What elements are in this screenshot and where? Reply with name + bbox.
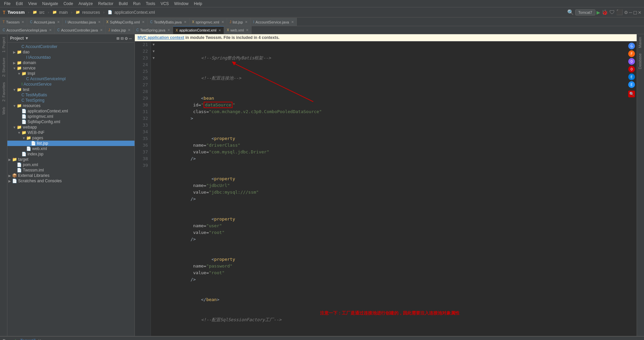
tree-item-resources[interactable]: ▼ 📁 resources: [7, 103, 135, 108]
left-tab-web[interactable]: Web: [0, 104, 7, 117]
sidebar-icon-settings[interactable]: ⚙: [125, 36, 127, 41]
tree-item-twossmiml[interactable]: 📄 Twossm.iml: [7, 167, 135, 173]
tree-item-impl[interactable]: ▼ 📁 Impl: [7, 71, 135, 76]
menu-vcs[interactable]: VCS: [158, 1, 172, 7]
code-content[interactable]: <!--Spring整合MyBatis框架--> <!--配置连接池--> <b…: [156, 41, 627, 336]
tree-item-webinf[interactable]: ▼ 📁 WEB-INF: [7, 130, 135, 135]
tree-item-domain[interactable]: ▶ 📁 domain: [7, 60, 135, 65]
tab-close-webxml[interactable]: ✕: [246, 28, 249, 32]
tree-item-indexjsp[interactable]: 📄 index.jsp: [7, 151, 135, 157]
tab-springmvc[interactable]: X springmvc.xml ✕: [190, 18, 227, 26]
run-tab-tomcat[interactable]: ▶ Tomcat7 ✕: [12, 338, 44, 340]
tab-close-sqlmapconfig[interactable]: ✕: [142, 20, 145, 24]
tree-item-service[interactable]: ▼ 📁 service: [7, 65, 135, 71]
mvc-context-link[interactable]: MVC application context: [138, 35, 184, 40]
tab-listjsp[interactable]: J list.jsp ✕: [227, 18, 251, 26]
tree-item-externallibs[interactable]: ▶ 📦 External Libraries: [7, 173, 135, 178]
menu-navigate[interactable]: Navigate: [40, 1, 61, 7]
ie-icon[interactable]: E: [628, 81, 635, 88]
menu-edit[interactable]: Edit: [13, 1, 25, 7]
left-tab-favorites[interactable]: 2: Favorites: [0, 80, 7, 104]
tree-item-iaccountdao[interactable]: I IAccountdao: [7, 55, 135, 60]
firefox-icon[interactable]: F: [628, 50, 635, 57]
chrome-icon[interactable]: G: [628, 43, 635, 49]
tree-item-scratches[interactable]: ▶ 📄 Scratches and Consoles: [7, 178, 135, 184]
tab-close-accountserviceimpl[interactable]: ✕: [49, 28, 52, 32]
tree-item-webapp[interactable]: ▼ 📁 webapp: [7, 125, 135, 130]
stop-button[interactable]: ⬛: [616, 9, 623, 15]
menu-refactor[interactable]: Refactor: [96, 1, 116, 7]
tab-sqlmapconfig[interactable]: X SqlMapConfig.xml ✕: [104, 18, 148, 26]
tab-close-iaccountdao[interactable]: ✕: [98, 20, 101, 24]
tree-item-pages[interactable]: ▼ 📁 pages: [7, 135, 135, 141]
right-tab-maven[interactable]: Maven: [637, 34, 644, 51]
tab-close-indexjsp[interactable]: ✕: [128, 28, 130, 32]
tab-applicationcontext[interactable]: X applicationContext.xml ✕: [173, 26, 224, 34]
sidebar-icon-collapse[interactable]: ⊟: [121, 36, 123, 41]
tree-item-accountserviceimpl[interactable]: C AccountServiceImpl: [7, 76, 135, 82]
left-tab-structure[interactable]: 2: Structure: [0, 55, 7, 80]
run-minimize-icon[interactable]: —: [639, 339, 641, 340]
menu-tools[interactable]: Tools: [143, 1, 158, 7]
tomcat-tab-close[interactable]: ✕: [38, 338, 41, 340]
opera-icon[interactable]: O: [628, 58, 635, 65]
fold-24[interactable]: ▼: [151, 41, 156, 48]
tree-item-dao[interactable]: ▶ 📁 dao: [7, 49, 135, 55]
code-area[interactable]: 21 22 23 24 25 26 27 28 29 30 31 32 33 3…: [135, 41, 637, 336]
close-icon[interactable]: ✕: [638, 9, 641, 15]
fold-31[interactable]: ▼: [151, 48, 156, 55]
tree-item-springmvc[interactable]: 📄 springmvc.xml: [7, 114, 135, 119]
tab-close-accountservice[interactable]: ✕: [291, 20, 294, 24]
tree-item-sqlmapconfig[interactable]: 📄 SqlMapConfig.xml: [7, 119, 135, 125]
find-usages-badge[interactable]: 🔍: [628, 91, 635, 97]
tree-item-listjsp[interactable]: 📄 list.jsp: [7, 141, 135, 146]
settings-icon[interactable]: ⚙: [624, 9, 628, 15]
minimize-icon[interactable]: —: [629, 9, 632, 15]
tab-close-listjsp[interactable]: ✕: [245, 20, 248, 24]
coverage-button[interactable]: 🛡: [609, 9, 615, 15]
tree-item-target[interactable]: ▶ 📁 target: [7, 157, 135, 162]
tree-item-accountcontroller[interactable]: C AccountController: [7, 44, 135, 49]
tree-item-pomxml[interactable]: 📄 pom.xml: [7, 162, 135, 167]
tab-close-accountcontroller[interactable]: ✕: [100, 28, 103, 32]
tab-twossm[interactable]: T Twossm ✕: [0, 18, 27, 26]
tree-item-testspring[interactable]: C TestSpring: [7, 98, 135, 103]
tab-close-testspring[interactable]: ✕: [167, 28, 170, 32]
menu-file[interactable]: File: [1, 1, 13, 7]
menu-analyze[interactable]: Analyze: [76, 1, 96, 7]
tab-account-java[interactable]: C Account.java ✕: [27, 18, 62, 26]
tab-accountservice[interactable]: I AccountService.java ✕: [251, 18, 297, 26]
tomcat-selector[interactable]: Tomcat7: [575, 9, 595, 15]
tab-close-testmybatis[interactable]: ✕: [184, 20, 186, 24]
fold-36[interactable]: ▼: [151, 55, 156, 61]
tab-testspring[interactable]: C TestSpring.java ✕: [133, 26, 173, 34]
run-settings-icon[interactable]: ⚙: [635, 339, 638, 340]
tree-item-accountservice[interactable]: I AccountService: [7, 82, 135, 87]
menu-build[interactable]: Build: [116, 1, 130, 7]
left-tab-project[interactable]: 1: Project: [0, 34, 7, 55]
tree-item-applicationcontext[interactable]: 📄 applicationContext.xml: [7, 108, 135, 114]
debug-button[interactable]: 🐞: [601, 9, 608, 15]
tab-close-account[interactable]: ✕: [57, 20, 60, 24]
sidebar-icon-close[interactable]: —: [129, 36, 132, 41]
tab-close-applicationcontext[interactable]: ✕: [218, 29, 221, 32]
tab-close-twossm[interactable]: ✕: [21, 20, 24, 24]
maximize-icon[interactable]: □: [634, 9, 637, 15]
right-tab-database[interactable]: Database: [637, 51, 644, 72]
tab-testmybatis[interactable]: C TestMyBatis.java ✕: [148, 18, 190, 26]
tree-item-testmybatis[interactable]: C TestMyBatis: [7, 92, 135, 98]
menu-run[interactable]: Run: [130, 1, 143, 7]
tree-item-test[interactable]: ▼ 📁 test: [7, 87, 135, 92]
opera2-icon[interactable]: O: [628, 66, 635, 72]
edge-icon[interactable]: E: [628, 74, 635, 80]
sidebar-icon-expand[interactable]: ⊞: [116, 36, 119, 41]
menu-window[interactable]: Window: [171, 1, 191, 7]
run-button[interactable]: ▶: [597, 9, 600, 16]
tab-indexjsp[interactable]: J index.jsp ✕: [106, 26, 133, 34]
tab-iaccountdao[interactable]: I IAccountdao.java ✕: [63, 18, 104, 26]
menu-view[interactable]: View: [25, 1, 40, 7]
tab-webxml[interactable]: X web.xml ✕: [224, 26, 252, 34]
tab-close-springmvc[interactable]: ✕: [221, 20, 224, 24]
tab-accountcontroller[interactable]: C AccountController.java ✕: [55, 26, 106, 34]
tab-accountserviceimpl[interactable]: C AccountServiceImpl.java ✕: [0, 26, 55, 34]
